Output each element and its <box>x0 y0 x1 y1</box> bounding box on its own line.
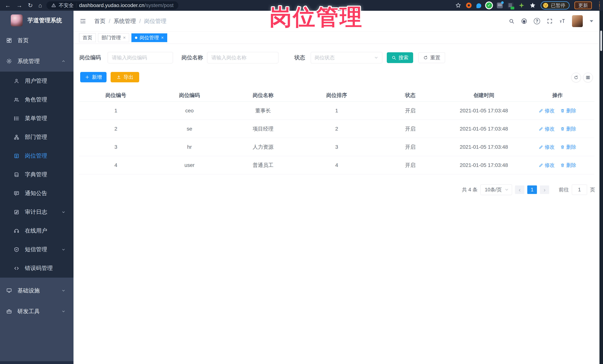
gear-icon <box>6 58 12 64</box>
refresh-icon <box>574 75 579 80</box>
extension-icon-green[interactable] <box>518 2 525 9</box>
bookmark-star-icon[interactable] <box>455 2 461 8</box>
sidebar-item-audit-log[interactable]: 审计日志 <box>0 203 73 221</box>
sidebar-item-infrastructure[interactable]: 基础设施 <box>0 280 73 301</box>
sidebar-toggle-icon[interactable] <box>80 18 86 24</box>
browser-menu-icon[interactable]: ⋮⋮ <box>597 2 599 9</box>
post-code-input[interactable] <box>108 52 173 63</box>
back-icon[interactable]: ← <box>5 2 11 8</box>
sidebar-item-notice[interactable]: 通知公告 <box>0 184 73 203</box>
post-name-input[interactable] <box>207 52 278 63</box>
column-settings-button[interactable] <box>583 73 593 82</box>
sidebar-item-menu-mgmt[interactable]: 菜单管理 <box>0 109 73 128</box>
paused-badge[interactable]: 已暂停 <box>541 1 569 10</box>
users-icon <box>14 97 19 102</box>
forward-icon[interactable]: → <box>16 2 22 8</box>
sidebar-item-label: 部门管理 <box>25 133 47 141</box>
sidebar-item-dict-mgmt[interactable]: 字典管理 <box>0 165 73 184</box>
app-title: 芋道管理系统 <box>27 17 62 24</box>
prev-page-button[interactable]: ‹ <box>515 186 524 194</box>
search-icon[interactable] <box>509 18 514 24</box>
chevron-down-icon <box>504 188 509 192</box>
goto-page-input[interactable] <box>572 185 587 195</box>
tab-home[interactable]: 首页 <box>79 33 96 42</box>
delete-link[interactable]: 删除 <box>560 126 576 132</box>
scrollbar-thumb[interactable] <box>600 31 602 51</box>
font-size-icon[interactable] <box>559 18 565 24</box>
cell-post-name: 项目经理 <box>226 125 300 132</box>
delete-label: 删除 <box>566 162 576 169</box>
cell-created-time: 2021-01-05 17:03:48 <box>447 108 521 114</box>
page-size-value: 10条/页 <box>485 186 504 193</box>
edit-link[interactable]: 修改 <box>539 162 555 169</box>
sidebar-item-user-mgmt[interactable]: 用户管理 <box>0 72 73 90</box>
delete-link[interactable]: 删除 <box>560 162 576 169</box>
page-1-button[interactable]: 1 <box>527 186 537 194</box>
active-tab-dot <box>135 36 137 39</box>
user-avatar[interactable] <box>572 15 583 27</box>
delete-link[interactable]: 删除 <box>560 144 576 150</box>
refresh-table-button[interactable] <box>571 73 581 82</box>
app-logo-row[interactable]: 芋道管理系统 <box>0 11 73 30</box>
sidebar-item-system-mgmt[interactable]: 系统管理 <box>0 51 73 72</box>
edit-link[interactable]: 修改 <box>539 107 555 114</box>
post-table: 岗位编号 岗位编码 岗位名称 岗位排序 状态 创建时间 操作 1 ceo 董事长… <box>79 89 594 174</box>
close-icon[interactable]: × <box>123 35 126 40</box>
update-button[interactable]: 更新 <box>574 1 592 9</box>
extension-icon-sliders[interactable] <box>497 2 503 8</box>
extension-icon-white[interactable] <box>530 2 536 9</box>
delete-link[interactable]: 删除 <box>560 107 576 114</box>
tags-view-bar: 首页 部门管理 × 岗位管理 × <box>73 32 600 44</box>
cell-post-code: se <box>153 126 226 132</box>
add-button[interactable]: 新增 <box>80 72 106 82</box>
sidebar-item-role-mgmt[interactable]: 角色管理 <box>0 90 73 109</box>
fullscreen-icon[interactable] <box>547 18 553 24</box>
trash-icon <box>560 163 565 167</box>
cell-post-id: 2 <box>79 126 153 132</box>
sidebar-item-error-code-mgmt[interactable]: 错误码管理 <box>0 259 73 278</box>
reset-button[interactable]: 重置 <box>418 52 445 63</box>
window-bottom-edge <box>0 361 73 364</box>
sidebar-item-online-users[interactable]: 在线用户 <box>0 221 73 240</box>
tab-dept-mgmt[interactable]: 部门管理 × <box>98 33 129 42</box>
github-icon[interactable] <box>521 18 527 24</box>
sidebar: 芋道管理系统 首页 系统管理 用户管理 角色管理 菜单管理 <box>0 11 73 364</box>
address-bar[interactable]: 不安全 dashboard.yudao.iocoder.cn/system/po… <box>46 1 178 10</box>
sidebar-item-sms-mgmt[interactable]: 短信管理 <box>0 240 73 259</box>
tab-post-mgmt[interactable]: 岗位管理 × <box>131 33 167 42</box>
home-icon[interactable]: ⌂ <box>38 2 42 8</box>
url-host: dashboard.yudao.iocoder.cn <box>79 2 144 8</box>
chevron-up-icon <box>61 59 66 63</box>
status-select[interactable]: 岗位状态 <box>311 52 382 63</box>
sidebar-item-home[interactable]: 首页 <box>0 30 73 51</box>
page-size-select[interactable]: 10条/页 <box>480 184 512 195</box>
edit-label: 修改 <box>545 107 555 114</box>
column-header: 岗位排序 <box>300 92 374 99</box>
sidebar-item-dept-mgmt[interactable]: 部门管理 <box>0 128 73 146</box>
status-select-placeholder: 岗位状态 <box>314 54 374 61</box>
edit-link[interactable]: 修改 <box>539 144 555 150</box>
extension-icon-terminal[interactable] <box>508 2 513 8</box>
reload-icon[interactable]: ↻ <box>28 2 33 8</box>
export-button[interactable]: 导出 <box>111 72 139 82</box>
breadcrumb-system[interactable]: 系统管理 <box>114 17 136 25</box>
extension-icon-check[interactable]: ✓ <box>486 2 492 8</box>
dashboard-icon <box>6 38 12 43</box>
extension-icon-pin[interactable] <box>476 3 481 8</box>
avatar-caret-icon[interactable] <box>590 20 593 22</box>
table-row: 3 hr 人力资源 3 开启 2021-01-05 17:03:48 修改 删除 <box>79 138 594 156</box>
tab-label: 岗位管理 <box>139 34 159 41</box>
edit-link[interactable]: 修改 <box>539 126 555 132</box>
cell-post-id: 3 <box>79 144 153 150</box>
search-button[interactable]: 搜索 <box>387 52 413 63</box>
sidebar-item-dev-tools[interactable]: 研发工具 <box>0 301 73 322</box>
help-icon[interactable]: ? <box>534 18 540 24</box>
next-page-button[interactable]: › <box>540 186 549 194</box>
page-scrollbar[interactable] <box>600 11 603 364</box>
extension-icon-orange[interactable] <box>466 3 472 8</box>
sidebar-item-post-mgmt[interactable]: 岗位管理 <box>0 146 73 165</box>
table-row: 1 ceo 董事长 1 开启 2021-01-05 17:03:48 修改 删除 <box>79 102 594 120</box>
breadcrumb-home[interactable]: 首页 <box>94 17 105 25</box>
close-icon[interactable]: × <box>161 35 164 40</box>
cell-created-time: 2021-01-05 17:03:48 <box>447 144 521 150</box>
